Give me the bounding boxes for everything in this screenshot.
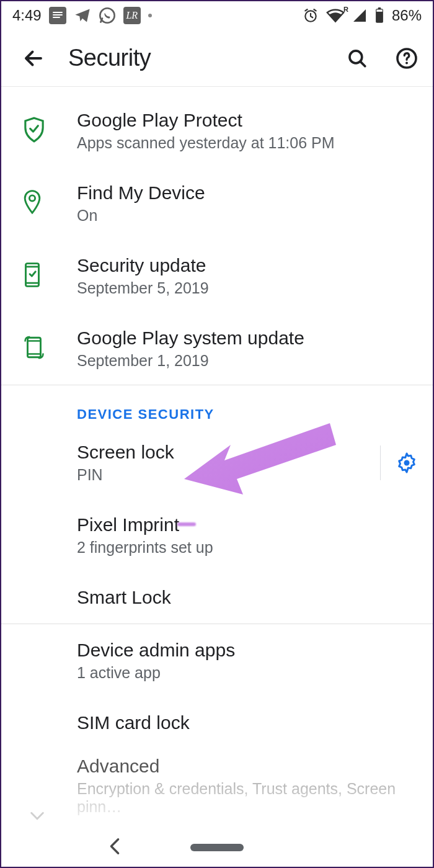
app-bar: Security [1,30,433,87]
row-play-protect[interactable]: Google Play Protect Apps scanned yesterd… [1,94,433,167]
telegram-icon [74,7,91,24]
nav-bar [2,830,432,866]
find-device-sub: On [77,207,422,225]
search-icon [347,48,368,69]
screen-lock-title: Screen lock [77,441,380,463]
device-admin-title: Device admin apps [77,639,422,661]
pixel-imprint-sub: 2 fingerprints set up [77,539,422,557]
sim-lock-title: SIM card lock [77,712,422,734]
system-update-sub: September 1, 2019 [77,352,422,370]
alarm-icon [303,7,319,24]
screen-lock-settings-button[interactable] [392,448,422,478]
signal-icon [352,8,367,23]
play-protect-sub: Apps scanned yesterday at 11:06 PM [77,134,422,152]
row-find-device[interactable]: Find My Device On [1,167,433,239]
smart-lock-title: Smart Lock [77,586,422,609]
row-advanced[interactable]: Advanced Encryption & credentials, Trust… [1,749,433,816]
advanced-title: Advanced [77,755,422,777]
search-button[interactable] [342,43,372,73]
row-pixel-imprint[interactable]: Pixel Imprint 2 fingerprints set up [1,499,433,571]
chevron-down-icon [29,810,46,825]
nav-back-button[interactable] [108,838,122,857]
section-header-security-status: SECURITY STATUS [1,87,433,94]
svg-point-8 [405,61,408,64]
row-security-update[interactable]: Security update September 5, 2019 [1,239,433,312]
svg-point-12 [404,460,410,465]
section-header-device-security: DEVICE SECURITY [1,385,433,426]
device-admin-sub: 1 active app [77,664,422,682]
nav-home-pill[interactable] [190,844,244,851]
message-icon [49,7,66,24]
security-update-title: Security update [77,254,422,277]
svg-rect-5 [376,10,382,12]
status-left: 4:49 LR [12,7,152,24]
screen-lock-sub: PIN [77,466,380,484]
gear-icon [396,452,418,474]
play-protect-title: Google Play Protect [77,109,422,132]
row-system-update[interactable]: Google Play system update September 1, 2… [1,312,433,385]
status-time: 4:49 [12,7,42,24]
back-button[interactable] [19,43,48,73]
phone-check-icon [22,262,42,290]
help-button[interactable] [392,43,422,73]
notification-dot-icon [148,14,152,17]
svg-rect-4 [378,7,381,9]
svg-point-9 [29,195,35,200]
lr-app-icon: LR [123,7,141,24]
status-battery-text: 86% [392,7,422,24]
location-pin-icon [22,189,42,218]
phone-sync-icon [22,334,46,363]
pixel-imprint-title: Pixel Imprint [77,514,422,536]
content: SECURITY STATUS Google Play Protect Apps… [1,87,433,832]
arrow-back-icon [22,47,45,69]
divider-vertical [380,445,381,480]
wifi-icon: R [326,8,345,23]
shield-check-icon [22,116,46,146]
status-right: R 86% [303,7,422,24]
annotation-dash-icon [177,522,196,526]
whatsapp-icon [99,7,116,24]
system-update-title: Google Play system update [77,327,422,349]
battery-icon [374,7,384,24]
advanced-sub: Encryption & credentials, Trust agents, … [77,780,422,816]
row-smart-lock[interactable]: Smart Lock [1,571,433,624]
status-bar: 4:49 LR R 86% [1,1,433,30]
page-title: Security [68,45,322,71]
row-screen-lock[interactable]: Screen lock PIN [1,426,433,499]
row-device-admin[interactable]: Device admin apps 1 active app [1,624,433,697]
help-icon [396,47,418,69]
find-device-title: Find My Device [77,182,422,204]
security-update-sub: September 5, 2019 [77,279,422,297]
row-sim-lock[interactable]: SIM card lock [1,697,433,749]
